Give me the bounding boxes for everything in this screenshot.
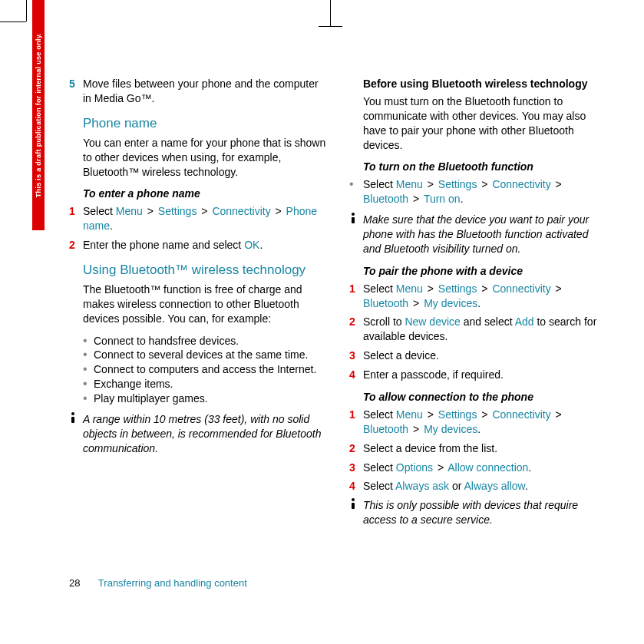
step-number: 3 [349,348,363,363]
step-text: Select Options > Allow connection. [363,461,606,475]
note: Make sure that the device you want to pa… [349,213,606,256]
menu-link: My devices [424,423,477,435]
bullet-text: Exchange items. [94,377,326,391]
step-item: 1 Select Menu > Settings > Connectivity … [69,204,326,233]
menu-link: Add [515,315,534,328]
paragraph: The Bluetooth™ function is free of charg… [83,282,326,326]
bullet-item: •Connect to handsfree devices. [83,334,326,348]
svg-rect-1 [71,417,74,423]
menu-link: Options [396,461,433,474]
section-title: Transferring and handling content [98,577,247,589]
period: . [525,480,528,492]
step-text: Select a device from the list. [363,441,606,456]
step-item: 3 Select Options > Allow connection. [349,461,606,475]
period: . [477,423,481,435]
info-icon [349,213,363,256]
step-item: 2 Enter the phone name and select OK. [69,238,326,253]
bullet-item: •Exchange items. [83,377,326,391]
note-text: A range within 10 metres (33 feet), with… [83,412,326,456]
menu-link: Connectivity [492,178,550,190]
separator: > [554,282,563,295]
steps-list: 1 Select Menu > Settings > Connectivity … [69,204,326,253]
separator: > [274,205,283,217]
separator: > [480,408,489,421]
menu-link: Menu [396,178,423,190]
menu-link: Settings [438,408,477,421]
subheading-turn-on: To turn on the Bluetooth function [363,160,606,174]
period: . [259,239,263,251]
subheading-before-using: Before using Bluetooth wireless technolo… [363,77,606,91]
text: Select [363,461,396,474]
step-text: Select Menu > Settings > Connectivity > … [83,204,326,233]
menu-link: Bluetooth [363,193,408,205]
menu-link: Menu [116,205,143,217]
left-column: 5 Move files between your phone and the … [69,77,326,533]
heading-bluetooth: Using Bluetooth™ wireless technology [83,262,326,279]
separator: > [554,178,563,190]
step-number: 1 [349,408,363,437]
period: . [461,193,464,205]
separator: > [200,205,209,217]
crop-mark [319,26,342,27]
bullet-icon: • [83,362,94,377]
page-content: 5 Move files between your phone and the … [69,77,606,533]
bullet-icon: • [83,334,94,348]
bullet-icon: • [349,177,363,206]
heading-phone-name: Phone name [83,115,326,133]
svg-point-0 [71,412,74,415]
note-text: Make sure that the device you want to pa… [363,213,606,256]
separator: > [146,205,155,217]
menu-link: My devices [424,297,477,309]
subheading-enter-phone-name: To enter a phone name [83,187,326,201]
menu-link: Connectivity [492,408,550,421]
period: . [110,220,113,232]
separator: > [411,423,421,435]
info-icon [69,412,83,456]
separator: > [436,461,445,474]
paragraph: You can enter a name for your phone that… [83,136,326,180]
text: Select [363,178,396,190]
separator: > [426,408,435,421]
period: . [477,297,481,309]
step-text: Move files between your phone and the co… [83,77,326,106]
separator: > [411,297,421,309]
draft-label: This is a draft publication for internal… [32,0,45,230]
menu-link: Bluetooth [363,423,408,435]
separator: > [480,282,489,295]
menu-link: Always allow [464,480,525,492]
bullet-text: Select Menu > Settings > Connectivity > … [363,177,606,206]
text: Scroll to [363,315,405,328]
menu-link: New device [405,315,460,328]
text: Enter the phone name and select [83,239,244,251]
paragraph: You must turn on the Bluetooth function … [363,94,606,153]
subheading-pair: To pair the phone with a device [363,264,606,279]
text: and select [461,315,515,328]
step-text: Select a device. [363,348,606,363]
menu-link: Connectivity [492,282,550,295]
menu-link: Settings [158,205,197,217]
step-text: Scroll to New device and select Add to s… [363,315,606,344]
bullet-item: • Select Menu > Settings > Connectivity … [349,177,606,206]
bullet-item: •Play multiplayer games. [83,391,326,406]
svg-point-4 [352,498,355,501]
step-item: 3 Select a device. [349,348,606,363]
separator: > [411,193,421,205]
period: . [528,461,531,474]
right-column: Before using Bluetooth wireless technolo… [349,77,606,533]
text: Select [363,480,395,492]
menu-link: Allow connection [447,461,528,474]
separator: > [480,178,489,190]
crop-mark [0,21,26,22]
text: Select [363,282,396,295]
svg-rect-3 [352,217,355,223]
bullet-icon: • [83,391,94,406]
note: A range within 10 metres (33 feet), with… [69,412,326,456]
bullet-text: Connect to computers and access the Inte… [94,362,326,377]
step-text: Enter the phone name and select OK. [83,238,326,253]
page-footer: 28 Transferring and handling content [69,576,247,590]
menu-link: Always ask [395,480,449,492]
text: Select [83,205,116,217]
step-text: Select Always ask or Always allow. [363,479,606,494]
step-item: 4 Select Always ask or Always allow. [349,479,606,494]
step-number: 1 [349,282,363,311]
